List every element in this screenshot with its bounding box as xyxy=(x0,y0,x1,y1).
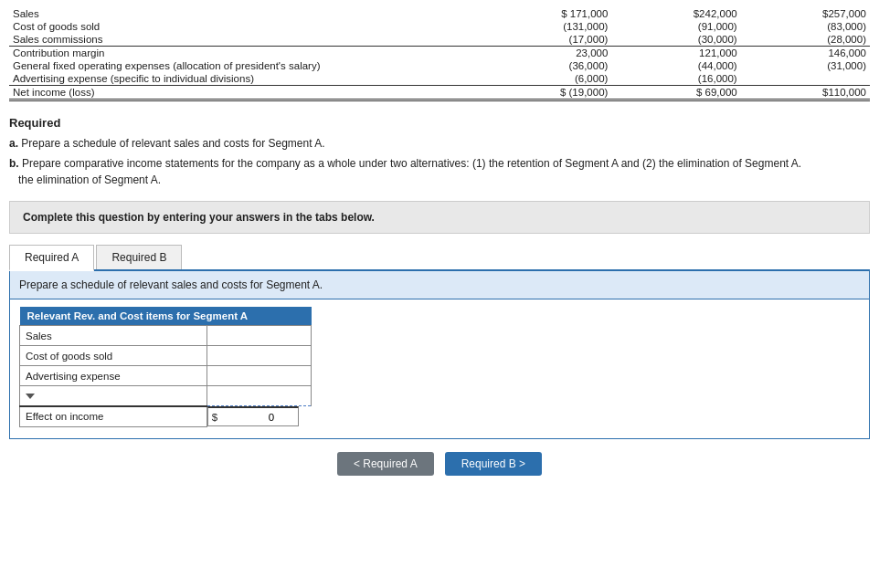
row-val-cogs-3: (83,000) xyxy=(741,20,870,33)
required-item-a: a. Prepare a schedule of relevant sales … xyxy=(9,135,870,152)
row-val-net-income-2: $ 69,000 xyxy=(611,86,740,100)
row-val-contribution-2: 121,000 xyxy=(611,47,740,60)
segment-table-header: Relevant Rev. and Cost items for Segment… xyxy=(20,307,312,326)
required-b-letter: b. xyxy=(9,157,19,170)
next-button[interactable]: Required B > xyxy=(445,452,542,476)
required-b-continuation: the elimination of Segment A. xyxy=(9,173,161,186)
row-val-commissions-2: (30,000) xyxy=(611,33,740,47)
row-val-general-fixed-1: (36,000) xyxy=(482,59,611,72)
row-label-sales: Sales xyxy=(9,7,482,20)
row-val-commissions-1: (17,000) xyxy=(482,33,611,47)
row-val-net-income-3: $110,000 xyxy=(741,86,870,100)
tab-content: Prepare a schedule of relevant sales and… xyxy=(9,271,870,439)
effect-input[interactable] xyxy=(219,412,274,423)
table-row: Cost of goods sold xyxy=(20,346,312,366)
sales-input[interactable] xyxy=(213,331,305,341)
segment-row-label-advertising: Advertising expense xyxy=(20,366,207,386)
advertising-input[interactable] xyxy=(213,371,305,382)
table-row-dotted xyxy=(20,386,312,406)
row-label-contribution: Contribution margin xyxy=(9,47,482,60)
row-val-advertising-1: (6,000) xyxy=(482,72,611,86)
table-row: Advertising expense xyxy=(20,366,312,386)
effect-on-income-value[interactable]: $ xyxy=(207,406,299,426)
dollar-sign: $ xyxy=(212,412,217,423)
row-val-contribution-1: 23,000 xyxy=(482,47,611,60)
required-item-b: b. Prepare comparative income statements… xyxy=(9,155,870,188)
required-heading: Required xyxy=(9,116,870,130)
table-row: Sales xyxy=(20,326,312,346)
segment-row-value-advertising[interactable] xyxy=(207,366,311,386)
row-label-cogs: Cost of goods sold xyxy=(9,20,482,33)
segment-row-value-cogs[interactable] xyxy=(207,346,311,366)
row-val-commissions-3: (28,000) xyxy=(741,33,870,47)
segment-row-label-dropdown xyxy=(20,386,207,406)
required-a-letter: a. xyxy=(9,137,18,150)
row-label-net-income: Net income (loss) xyxy=(9,86,482,100)
nav-buttons: < Required A Required B > xyxy=(9,452,870,476)
row-val-contribution-3: 146,000 xyxy=(741,47,870,60)
row-label-advertising: Advertising expense (specific to individ… xyxy=(9,72,482,86)
row-val-advertising-3 xyxy=(741,72,870,86)
required-a-text: Prepare a schedule of relevant sales and… xyxy=(21,137,324,150)
required-section: Required a. Prepare a schedule of releva… xyxy=(9,116,870,188)
row-label-commissions: Sales commissions xyxy=(9,33,482,47)
row-val-cogs-1: (131,000) xyxy=(482,20,611,33)
row-val-advertising-2: (16,000) xyxy=(611,72,740,86)
segment-table-wrapper: Relevant Rev. and Cost items for Segment… xyxy=(10,299,869,438)
tab-required-a[interactable]: Required A xyxy=(9,245,94,271)
table-row-effect: Effect on income $ xyxy=(20,406,312,427)
segment-table: Relevant Rev. and Cost items for Segment… xyxy=(19,307,312,427)
dropdown-row-input[interactable] xyxy=(213,391,305,402)
segment-row-value-dropdown[interactable] xyxy=(207,386,311,406)
row-val-general-fixed-2: (44,000) xyxy=(611,59,740,72)
row-val-sales-2: $242,000 xyxy=(611,7,740,20)
row-val-general-fixed-3: (31,000) xyxy=(741,59,870,72)
row-val-net-income-1: $ (19,000) xyxy=(482,86,611,100)
cogs-input[interactable] xyxy=(213,351,305,362)
instructions-text: Complete this question by entering your … xyxy=(23,211,375,224)
effect-on-income-label: Effect on income xyxy=(20,406,207,427)
instructions-box: Complete this question by entering your … xyxy=(9,201,870,234)
required-b-text: Prepare comparative income statements fo… xyxy=(22,157,801,170)
tab-required-b[interactable]: Required B xyxy=(96,245,182,269)
tab-description: Prepare a schedule of relevant sales and… xyxy=(10,271,869,299)
row-val-cogs-2: (91,000) xyxy=(611,20,740,33)
row-val-sales-1: $ 171,000 xyxy=(482,7,611,20)
prev-button[interactable]: < Required A xyxy=(337,452,434,476)
segment-row-label-cogs: Cost of goods sold xyxy=(20,346,207,366)
dropdown-arrow-icon xyxy=(26,394,35,399)
segment-row-value-sales[interactable] xyxy=(207,326,311,346)
segment-row-label-sales: Sales xyxy=(20,326,207,346)
tabs-container: Required A Required B xyxy=(9,245,870,271)
row-val-sales-3: $257,000 xyxy=(741,7,870,20)
income-statement-table: Sales $ 171,000 $242,000 $257,000 Cost o… xyxy=(9,7,870,101)
row-label-general-fixed: General fixed operating expenses (alloca… xyxy=(9,59,482,72)
